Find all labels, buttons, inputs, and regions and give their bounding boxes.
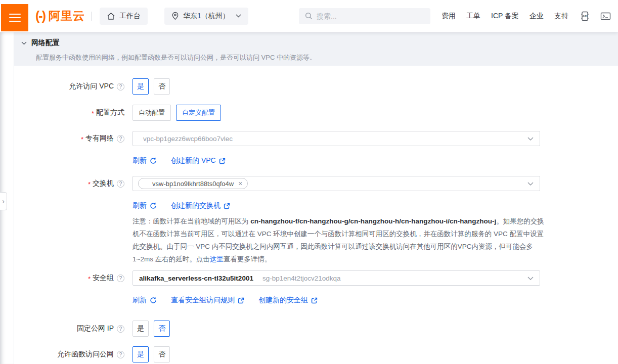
vswitch-refresh-link[interactable]: 刷新 [133, 201, 157, 210]
view-security-rules-link[interactable]: 查看安全组访问规则 [171, 296, 244, 305]
nav-tickets[interactable]: 工单 [466, 12, 480, 21]
workbench-button[interactable]: 工作台 [100, 8, 148, 25]
internet-access-no-button[interactable]: 否 [154, 346, 170, 362]
chevron-down-icon [527, 182, 534, 186]
section-title: 网络配置 [31, 38, 60, 48]
aliyun-logo-mark: (-) [35, 10, 45, 22]
help-icon[interactable]: ? [117, 135, 124, 143]
refresh-icon [150, 202, 157, 209]
allow-vpc-label: 允许访问 VPC [69, 82, 114, 91]
collapse-chevron-icon[interactable] [21, 41, 27, 45]
fixed-ip-yes-button[interactable]: 是 [133, 321, 149, 337]
header-divider [91, 12, 92, 21]
zone-list: cn-hangzhou-f/cn-hangzhou-g/cn-hangzhou-… [250, 217, 496, 225]
top-bar: (-) 阿里云 工作台 华东1（杭州） [0, 0, 618, 32]
chevron-down-icon [236, 14, 241, 18]
network-config-form: 允许访问 VPC ? 是 否 配置方式 自动配置 [14, 66, 618, 362]
region-label: 华东1（杭州） [183, 12, 230, 21]
security-group-id: sg-bp1en4t2tjocv21odkqa [262, 275, 341, 282]
internet-access-yes-button[interactable]: 是 [133, 346, 149, 362]
svg-text:API: API [582, 14, 588, 17]
refresh-icon [150, 157, 157, 164]
nav-enterprise[interactable]: 企业 [529, 12, 544, 21]
vswitch-zone-note: 注意：函数计算在当前地域的可用区为 cn-hangzhou-f/cn-hangz… [133, 215, 546, 265]
vpc-select-value: vpc-bp1gezz6wcp66boo7vlec [139, 135, 233, 143]
openapi-icon[interactable]: API [580, 11, 590, 22]
external-link-icon [224, 203, 230, 209]
help-icon[interactable]: ? [117, 351, 124, 358]
remove-tag-icon[interactable]: × [238, 180, 242, 187]
field-fixed-ip: 固定公网 IP ? 是 否 [14, 321, 618, 337]
external-link-icon [219, 158, 226, 164]
home-icon [107, 12, 115, 20]
region-selector[interactable]: 华东1（杭州） [164, 8, 248, 25]
fixed-ip-no-button[interactable]: 否 [154, 321, 170, 337]
fixed-ip-label: 固定公网 IP [77, 324, 114, 333]
external-link-icon [311, 297, 318, 304]
allow-vpc-no-button[interactable]: 否 [154, 78, 170, 95]
field-config-mode: 配置方式 自动配置 自定义配置 [14, 105, 618, 121]
help-icon[interactable]: ? [117, 275, 124, 282]
internet-access-label: 允许函数访问公网 [57, 350, 114, 359]
sidebar-expand-button[interactable]: › [0, 192, 7, 210]
collapsed-sidebar-rail: › [0, 32, 14, 364]
field-security-group: 安全组 ? alikafka_serverless-cn-tl32u5it200… [14, 270, 618, 305]
nav-billing[interactable]: 费用 [442, 12, 456, 21]
security-group-label: 安全组 [88, 274, 114, 283]
search-input[interactable] [317, 12, 418, 20]
field-allow-vpc: 允许访问 VPC ? 是 否 [14, 78, 618, 95]
help-icon[interactable]: ? [117, 180, 124, 188]
top-icon-group: API [580, 11, 611, 22]
vswitch-tag: vsw-bp1no9lkhrt88ts0qfo4w × [138, 178, 248, 189]
external-link-icon [238, 297, 244, 304]
workbench-label: 工作台 [119, 12, 141, 21]
config-mode-auto-button[interactable]: 自动配置 [133, 105, 171, 121]
field-vpc: 专有网络 ? vpc-bp1gezz6wcp66boo7vlec [14, 131, 618, 166]
security-group-refresh-link[interactable]: 刷新 [133, 296, 157, 305]
chevron-down-icon [527, 137, 534, 141]
help-icon[interactable]: ? [117, 325, 124, 333]
chevron-down-icon [527, 277, 534, 281]
cloudshell-terminal-icon[interactable] [600, 12, 611, 21]
vpc-label: 专有网络 [81, 134, 114, 143]
search-icon [305, 12, 313, 20]
aliyun-logo-text: 阿里云 [49, 8, 85, 24]
nav-support[interactable]: 支持 [554, 12, 568, 21]
section-description: 配置服务中函数使用的网络，例如配置函数是否可以访问公网，是否可以访问 VPC 中… [36, 53, 608, 62]
allow-vpc-yes-button[interactable]: 是 [133, 78, 149, 95]
section-header[interactable]: 网络配置 配置服务中函数使用的网络，例如配置函数是否可以访问公网，是否可以访问 … [14, 32, 618, 66]
field-internet-access: 允许函数访问公网 ? 是 否 [14, 346, 618, 362]
security-group-select[interactable]: alikafka_serverless-cn-tl32u5it2001 sg-b… [133, 270, 540, 286]
hamburger-menu-button[interactable] [1, 4, 28, 31]
vswitch-label: 交换机 [88, 179, 114, 188]
vswitch-multiselect[interactable]: vsw-bp1no9lkhrt88ts0qfo4w × [133, 176, 540, 191]
security-group-name: alikafka_serverless-cn-tl32u5it2001 [139, 275, 253, 282]
field-vswitch: 交换机 ? vsw-bp1no9lkhrt88ts0qfo4w × [14, 176, 618, 265]
location-pin-icon [171, 12, 179, 20]
help-icon[interactable]: ? [117, 83, 124, 90]
nav-icp[interactable]: ICP 备案 [491, 12, 519, 21]
page-body: › 网络配置 配置服务中函数使用的网络，例如配置函数是否可以访问公网，是否可以访… [0, 32, 618, 364]
details-link[interactable]: 这里 [210, 255, 224, 263]
create-vswitch-link[interactable]: 创建新的交换机 [171, 201, 230, 210]
vpc-select[interactable]: vpc-bp1gezz6wcp66boo7vlec [133, 131, 540, 146]
top-nav: 费用 工单 ICP 备案 企业 支持 [442, 12, 568, 21]
search-box[interactable] [299, 8, 430, 24]
vpc-refresh-link[interactable]: 刷新 [133, 156, 157, 165]
aliyun-logo[interactable]: (-) 阿里云 [35, 8, 85, 24]
refresh-icon [150, 297, 157, 304]
create-security-group-link[interactable]: 创建新的安全组 [258, 296, 318, 305]
config-mode-custom-button[interactable]: 自定义配置 [176, 105, 221, 121]
create-vpc-link[interactable]: 创建新的 VPC [171, 156, 226, 165]
main-content: 网络配置 配置服务中函数使用的网络，例如配置函数是否可以访问公网，是否可以访问 … [14, 32, 618, 364]
config-mode-label: 配置方式 [92, 108, 124, 117]
